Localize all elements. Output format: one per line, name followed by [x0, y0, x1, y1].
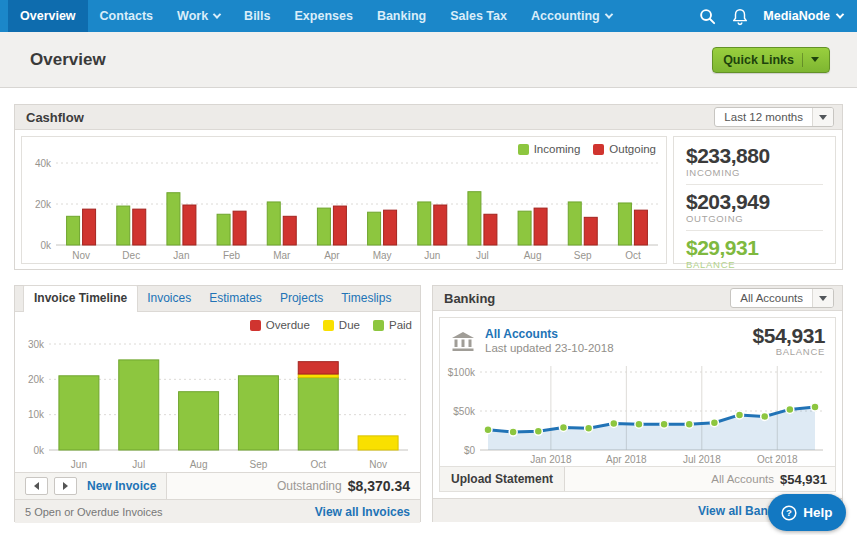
banking-line-chart: Jan 2018Apr 2018Jul 2018Oct 2018$0$50k$1…	[440, 358, 835, 466]
bank-balance-value: $54,931	[753, 325, 825, 346]
upload-statement-button[interactable]: Upload Statement	[440, 467, 565, 491]
account-name: MediaNode	[763, 9, 830, 23]
legend-item-due: Due	[323, 319, 360, 331]
tab-invoices[interactable]: Invoices	[138, 286, 200, 311]
cashflow-title: Cashflow	[26, 110, 84, 125]
incoming-label: INCOMING	[686, 167, 823, 179]
svg-text:Nov: Nov	[369, 459, 387, 470]
cashflow-summary: $233,880 INCOMING $203,949 OUTGOING $29,…	[673, 136, 836, 264]
nav-item-sales-tax[interactable]: Sales Tax	[438, 0, 519, 32]
svg-text:Dec: Dec	[122, 250, 140, 261]
page-header: Overview Quick Links	[0, 32, 857, 88]
incoming-swatch	[518, 144, 529, 155]
incoming-value: $233,880	[686, 144, 823, 167]
page-title: Overview	[30, 50, 106, 70]
legend-item-paid: Paid	[373, 319, 412, 331]
period-selector-value: Last 12 months	[715, 108, 812, 126]
divider	[802, 53, 803, 67]
nav-label: Expenses	[295, 9, 353, 23]
footer-account-label: All Accounts	[711, 473, 774, 485]
quick-links-button[interactable]: Quick Links	[712, 47, 830, 73]
outstanding-value: $8,370.34	[348, 478, 410, 494]
cashflow-legend: Incoming Outgoing	[518, 143, 656, 155]
tab-timeslips[interactable]: Timeslips	[332, 286, 400, 311]
nav-item-overview[interactable]: Overview	[8, 0, 88, 32]
svg-text:Jul: Jul	[132, 459, 145, 470]
view-all-invoices-link[interactable]: View all Invoices	[315, 505, 410, 519]
svg-text:Jul: Jul	[476, 250, 489, 261]
nav-item-bills[interactable]: Bills	[232, 0, 282, 32]
cashflow-bar-chart: 0k20k40kNovDecJanFebMarAprMayJunJulAugSe…	[22, 137, 666, 263]
arrow-right-icon	[63, 482, 68, 490]
svg-text:30k: 30k	[28, 339, 45, 350]
arrow-left-icon	[34, 482, 39, 490]
nav-label: Accounting	[531, 9, 600, 23]
open-invoices-note: 5 Open or Overdue Invoices	[25, 506, 163, 518]
nav-item-expenses[interactable]: Expenses	[283, 0, 365, 32]
nav-label: Work	[177, 9, 208, 23]
svg-text:Jan 2018: Jan 2018	[530, 454, 572, 465]
legend-label: Outgoing	[609, 143, 656, 155]
svg-text:$0: $0	[464, 445, 476, 456]
invoice-panel: Invoice Timeline Invoices Estimates Proj…	[14, 285, 421, 522]
paid-swatch	[373, 320, 384, 331]
account-selector-value: All Accounts	[731, 289, 812, 307]
due-swatch	[323, 320, 334, 331]
bank-balance: $54,931 BALANCE	[753, 325, 825, 357]
all-accounts-link[interactable]: All Accounts	[485, 327, 614, 341]
tab-projects[interactable]: Projects	[271, 286, 332, 311]
chevron-down-icon	[811, 57, 819, 62]
divider	[686, 184, 823, 185]
svg-text:Aug: Aug	[524, 250, 542, 261]
banking-panel: Banking All Accounts All Accounts Last u…	[432, 285, 843, 522]
nav-right-group: MediaNode	[698, 0, 857, 32]
bank-account-text: All Accounts Last updated 23-10-2018	[485, 327, 614, 355]
help-button[interactable]: ? Help	[768, 494, 846, 531]
footer-account-balance: $54,931	[780, 472, 827, 487]
invoice-footer: New Invoice Outstanding $8,370.34	[15, 472, 420, 499]
period-selector-dropdown[interactable]: Last 12 months	[714, 107, 834, 127]
tab-estimates[interactable]: Estimates	[200, 286, 271, 311]
pager-next-button[interactable]	[54, 477, 77, 495]
cashflow-panel-header: Cashflow Last 12 months	[15, 105, 842, 130]
nav-label: Overview	[20, 9, 76, 23]
svg-text:$50k: $50k	[453, 406, 476, 417]
balance-value: $29,931	[686, 236, 823, 259]
legend-item-overdue: Overdue	[250, 319, 310, 331]
legend-item-incoming: Incoming	[518, 143, 581, 155]
svg-text:Mar: Mar	[273, 250, 291, 261]
legend-label: Paid	[389, 319, 412, 331]
bank-building-icon	[450, 330, 476, 352]
nav-item-banking[interactable]: Banking	[365, 0, 438, 32]
tab-invoice-timeline[interactable]: Invoice Timeline	[23, 285, 138, 312]
nav-item-work[interactable]: Work	[165, 0, 232, 32]
pager-previous-button[interactable]	[25, 477, 48, 495]
last-updated-text: Last updated 23-10-2018	[485, 341, 614, 355]
bank-balance-label: BALANCE	[753, 346, 825, 357]
svg-text:Jul 2018: Jul 2018	[683, 454, 721, 465]
nav-label: Bills	[244, 9, 270, 23]
outgoing-value: $203,949	[686, 190, 823, 213]
new-invoice-button[interactable]: New Invoice	[87, 479, 156, 493]
help-label: Help	[803, 505, 832, 520]
svg-text:10k: 10k	[28, 409, 45, 420]
nav-label: Sales Tax	[450, 9, 507, 23]
question-mark-icon: ?	[781, 505, 797, 521]
svg-text:Oct: Oct	[625, 250, 641, 261]
svg-text:Apr 2018: Apr 2018	[606, 454, 647, 465]
chevron-down-icon	[812, 108, 833, 126]
svg-text:0k: 0k	[33, 445, 45, 456]
account-selector-dropdown[interactable]: All Accounts	[730, 288, 834, 308]
chevron-down-icon	[836, 10, 844, 18]
nav-item-contacts[interactable]: Contacts	[88, 0, 165, 32]
svg-text:Sep: Sep	[250, 459, 268, 470]
svg-text:20k: 20k	[35, 199, 52, 210]
svg-text:Apr: Apr	[324, 250, 340, 261]
svg-text:Feb: Feb	[223, 250, 241, 261]
svg-text:$100k: $100k	[448, 367, 476, 378]
notifications-bell-icon[interactable]	[731, 7, 749, 26]
nav-item-accounting[interactable]: Accounting	[519, 0, 624, 32]
svg-text:40k: 40k	[35, 158, 52, 169]
search-icon[interactable]	[698, 7, 717, 26]
account-menu[interactable]: MediaNode	[763, 9, 843, 23]
